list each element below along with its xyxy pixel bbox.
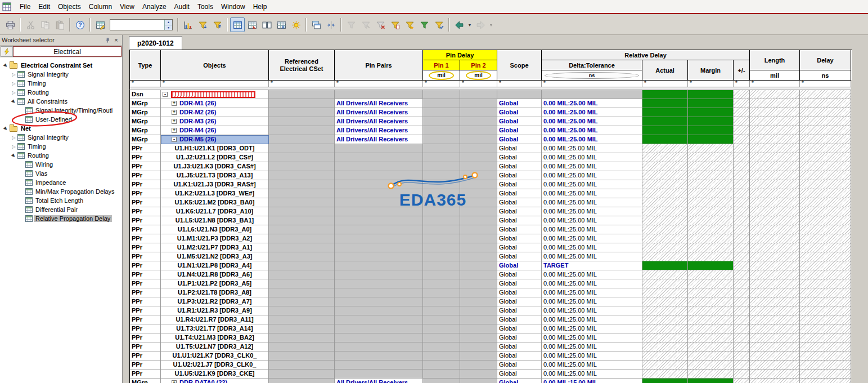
- cell-actual[interactable]: [642, 225, 688, 234]
- expand-arrow-icon[interactable]: ▷: [10, 135, 17, 140]
- cell-referenced-cset[interactable]: [269, 153, 335, 162]
- cell-objects[interactable]: U1.M5:U21.N2 [DDR3_A3]: [161, 252, 269, 261]
- cell-pin1-delay[interactable]: [423, 90, 460, 99]
- cell-delta-tolerance[interactable]: 0.00 MIL:15.00 MIL: [542, 378, 642, 383]
- cell-length[interactable]: [750, 117, 800, 126]
- cell-pin2-delay[interactable]: [460, 288, 497, 297]
- highlight-sun-button[interactable]: [289, 17, 303, 32]
- cell-plus-minus[interactable]: [734, 216, 750, 225]
- expand-box[interactable]: +: [172, 101, 177, 106]
- cell-delay[interactable]: [800, 360, 851, 369]
- cell-scope[interactable]: Global: [497, 324, 542, 333]
- cell-actual[interactable]: [642, 117, 688, 126]
- cell-type[interactable]: MGrp: [130, 99, 161, 108]
- col-header-length-unit[interactable]: mil: [750, 70, 800, 81]
- cell-type[interactable]: PPr: [130, 189, 161, 198]
- menu-edit[interactable]: Edit: [34, 1, 54, 12]
- cell-margin[interactable]: [688, 297, 734, 306]
- cell-type[interactable]: PPr: [130, 144, 161, 153]
- tree-item-timing[interactable]: ▷Timing: [0, 79, 122, 88]
- cell-length[interactable]: [750, 342, 800, 351]
- cell-plus-minus[interactable]: [734, 351, 750, 360]
- cell-delta-tolerance[interactable]: 0.00 MIL:25.00 MIL: [542, 315, 642, 324]
- cell-length[interactable]: [750, 90, 800, 99]
- cell-type[interactable]: PPr: [130, 315, 161, 324]
- cell-scope[interactable]: Global: [497, 216, 542, 225]
- cell-pin2-delay[interactable]: [460, 351, 497, 360]
- cell-referenced-cset[interactable]: [269, 279, 335, 288]
- cell-objects[interactable]: U1.U2:U21.J7 [DDR3_CLK0_: [161, 360, 269, 369]
- cell-pin1-delay[interactable]: [423, 198, 460, 207]
- cell-objects[interactable]: U1.T4:U21.M3 [DDR3_BA2]: [161, 333, 269, 342]
- cell-type[interactable]: PPr: [130, 225, 161, 234]
- col-header-pin2-unit[interactable]: mil: [460, 70, 497, 81]
- cell-margin[interactable]: [688, 144, 734, 153]
- cell-plus-minus[interactable]: [734, 243, 750, 252]
- expand-arrow-icon[interactable]: ▷: [10, 72, 17, 77]
- cell-objects[interactable]: U1.L6:U21.N3 [DDR3_A0]: [161, 225, 269, 234]
- cell-pin-pairs[interactable]: [335, 225, 423, 234]
- cell-pin-pairs[interactable]: All Drivers/All Receivers: [335, 378, 423, 383]
- cell-delta-tolerance[interactable]: 0.00 MIL:25.00 MIL: [542, 288, 642, 297]
- cell-delay[interactable]: [800, 369, 851, 378]
- menu-file[interactable]: File: [16, 1, 34, 12]
- cell-pin-pairs[interactable]: [335, 252, 423, 261]
- cell-length[interactable]: [750, 234, 800, 243]
- cell-objects[interactable]: U1.K5:U21.M2 [DDR3_BA0]: [161, 198, 269, 207]
- cell-pin2-delay[interactable]: [460, 378, 497, 383]
- cell-actual[interactable]: [642, 369, 688, 378]
- expand-box[interactable]: +: [172, 110, 177, 115]
- cell-delay[interactable]: [800, 162, 851, 171]
- cell-actual[interactable]: [642, 99, 688, 108]
- cell-plus-minus[interactable]: [734, 198, 750, 207]
- cell-plus-minus[interactable]: [734, 279, 750, 288]
- cell-pin-pairs[interactable]: [335, 306, 423, 315]
- cell-type[interactable]: PPr: [130, 252, 161, 261]
- cell-pin1-delay[interactable]: [423, 189, 460, 198]
- cell-objects[interactable]: U1.N4:U21.R8 [DDR3_A6]: [161, 270, 269, 279]
- cell-length[interactable]: [750, 153, 800, 162]
- cell-pin2-delay[interactable]: [460, 297, 497, 306]
- cell-type[interactable]: PPr: [130, 279, 161, 288]
- col-header-length[interactable]: Length: [750, 50, 800, 70]
- fit-columns-button[interactable]: [323, 17, 338, 32]
- cell-scope[interactable]: Global: [497, 171, 542, 180]
- cell-pin1-delay[interactable]: [423, 261, 460, 270]
- cell-objects[interactable]: U1.P2:U21.T8 [DDR3_A8]: [161, 288, 269, 297]
- tree-item-total-etch-length[interactable]: Total Etch Length: [0, 196, 122, 205]
- cell-pin2-delay[interactable]: [460, 126, 497, 135]
- cell-length[interactable]: [750, 189, 800, 198]
- col-header-pin-delay[interactable]: Pin Delay: [423, 50, 497, 60]
- cell-delay[interactable]: [800, 342, 851, 351]
- cell-actual[interactable]: [642, 315, 688, 324]
- cell-delay[interactable]: [800, 135, 851, 144]
- cell-pin-pairs[interactable]: [335, 207, 423, 216]
- cell-pin-pairs[interactable]: All Drivers/All Receivers: [335, 99, 423, 108]
- cell-margin[interactable]: [688, 207, 734, 216]
- cell-pin-pairs[interactable]: [335, 315, 423, 324]
- cell-margin[interactable]: [688, 252, 734, 261]
- cell-plus-minus[interactable]: [734, 297, 750, 306]
- cell-pin2-delay[interactable]: [460, 144, 497, 153]
- cell-actual[interactable]: [642, 252, 688, 261]
- cell-length[interactable]: [750, 216, 800, 225]
- menu-audit[interactable]: Audit: [170, 1, 194, 12]
- cell-pin2-delay[interactable]: [460, 324, 497, 333]
- cell-type[interactable]: PPr: [130, 360, 161, 369]
- cell-objects[interactable]: U1.M2:U21.P7 [DDR3_A1]: [161, 243, 269, 252]
- tree-item-electrical-constraint-set[interactable]: ▶Electrical Constraint Set: [0, 61, 122, 70]
- cell-pin-pairs[interactable]: [335, 369, 423, 378]
- cell-delay[interactable]: [800, 351, 851, 360]
- cell-objects[interactable]: U1.N1:U21.P8 [DDR3_A4]: [161, 261, 269, 270]
- cell-scope[interactable]: Global: [497, 180, 542, 189]
- cell-plus-minus[interactable]: [734, 369, 750, 378]
- menu-help[interactable]: Help: [249, 1, 271, 12]
- cell-referenced-cset[interactable]: [269, 360, 335, 369]
- cell-pin1-delay[interactable]: [423, 378, 460, 383]
- cell-length[interactable]: [750, 144, 800, 153]
- cell-margin[interactable]: [688, 342, 734, 351]
- cell-referenced-cset[interactable]: [269, 225, 335, 234]
- cell-objects[interactable]: U1.U1:U21.K7 [DDR3_CLK0_: [161, 351, 269, 360]
- cell-pin2-delay[interactable]: [460, 117, 497, 126]
- col-header-relative-delay[interactable]: Relative Delay: [542, 50, 750, 60]
